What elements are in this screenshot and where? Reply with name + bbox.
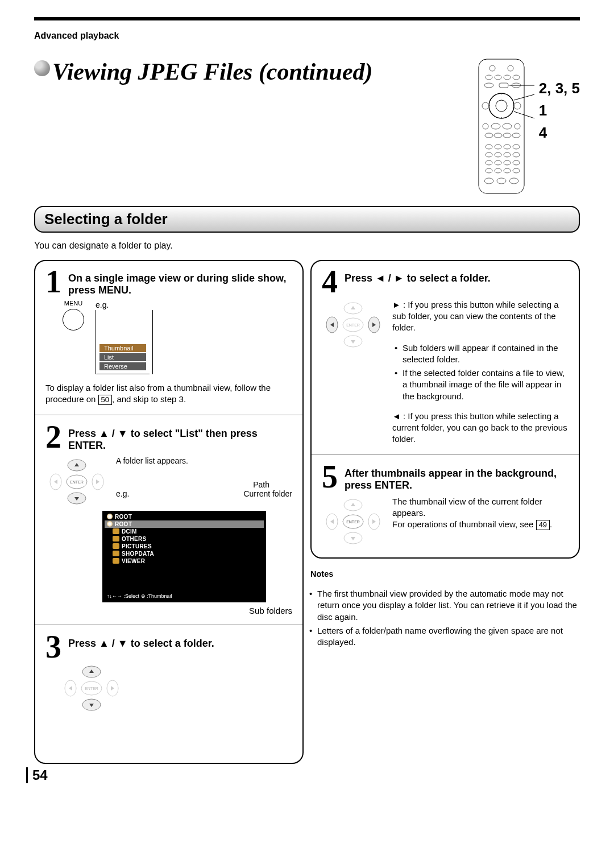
step4-bullet: If the selected folder contains a file t… bbox=[403, 367, 569, 402]
step5-title: After thumbnails appear in the backgroun… bbox=[345, 468, 569, 491]
divider bbox=[35, 625, 302, 625]
section-heading: Selecting a folder bbox=[44, 210, 570, 228]
folder-icon bbox=[113, 528, 119, 534]
step1-demo: MENU e.g. Thumbnail List Reverse bbox=[63, 300, 292, 374]
subfolder-row: PICTURES bbox=[105, 543, 264, 550]
step1-head: 1 On a single image view or during slide… bbox=[45, 269, 292, 296]
menu-button-icon bbox=[63, 309, 84, 330]
pageref-50: 50 bbox=[98, 395, 112, 405]
folder-viewer: VIEWER bbox=[122, 558, 145, 564]
title-row: Viewing JPEG Files (continued) bbox=[34, 58, 580, 195]
note-item: The first thumbnail view provided by the… bbox=[317, 588, 580, 623]
callout-235: 2, 3, 5 bbox=[539, 77, 580, 100]
subfolder-row: DCIM bbox=[105, 528, 264, 535]
step4-head: 4 Press ◄ / ► to select a folder. bbox=[322, 269, 569, 295]
disc-small-icon bbox=[107, 521, 113, 527]
step1-number: 1 bbox=[45, 269, 65, 295]
section-label: Advanced playback bbox=[34, 31, 580, 41]
svg-text:ENTER: ENTER bbox=[85, 687, 98, 691]
step2-path-label: Path bbox=[253, 480, 269, 489]
step4-right-lead: ► : If you press this button while selec… bbox=[392, 299, 569, 334]
pageref-49: 49 bbox=[536, 520, 550, 530]
step5-body-c: . bbox=[550, 519, 552, 529]
folder-icon bbox=[113, 543, 119, 549]
current-folder-row: ROOT bbox=[105, 520, 264, 528]
step5-number: 5 bbox=[322, 464, 341, 490]
step5-head: 5 After thumbnails appear in the backgro… bbox=[322, 464, 569, 491]
step2-current-label: Current folder bbox=[243, 489, 292, 498]
notes-block: Notes The first thumbnail view provided … bbox=[310, 569, 580, 648]
step4-title: Press ◄ / ► to select a folder. bbox=[345, 272, 569, 284]
current-folder-text: ROOT bbox=[115, 521, 132, 527]
steps-grid: 1 On a single image view or during slide… bbox=[34, 260, 580, 771]
disc-small-icon bbox=[107, 514, 113, 519]
step3-number: 3 bbox=[45, 634, 65, 660]
popup-reverse: Reverse bbox=[99, 362, 146, 370]
step4-bullet: Sub folders will appear if contained in … bbox=[403, 342, 569, 366]
popup-list: List bbox=[99, 353, 146, 361]
menu-popup: Thumbnail List Reverse bbox=[96, 310, 150, 374]
callout-4: 4 bbox=[539, 122, 580, 144]
folder-list-panel: ROOT ROOT DCIM OTHERS PICTURES SHOPDATA … bbox=[102, 511, 266, 602]
right-steps-box: 4 Press ◄ / ► to select a folder. ENTER bbox=[310, 260, 580, 559]
folder-select-bar: ↑↓←→ :Select ⊕ :Thumbnail bbox=[105, 565, 264, 600]
dpad-icon: ENTER bbox=[60, 663, 123, 714]
divider bbox=[35, 415, 302, 415]
callout-1: 1 bbox=[539, 100, 580, 122]
step2-head: 2 Press ▲ / ▼ to select "List" then pres… bbox=[45, 424, 292, 452]
eg-label-2: e.g. bbox=[116, 489, 129, 498]
svg-text:ENTER: ENTER bbox=[346, 323, 360, 327]
step2-number: 2 bbox=[45, 424, 65, 450]
remote-diagram: 2, 3, 5 1 4 bbox=[467, 58, 580, 195]
page-number: 54 bbox=[26, 767, 48, 783]
step2-list-appears: A folder list appears. bbox=[116, 456, 292, 465]
svg-text:ENTER: ENTER bbox=[346, 520, 360, 524]
eg-label: e.g. bbox=[96, 300, 109, 309]
step3-title: Press ▲ / ▼ to select a folder. bbox=[68, 638, 292, 650]
folder-icon bbox=[113, 551, 119, 556]
remote-callout-labels: 2, 3, 5 1 4 bbox=[539, 77, 580, 144]
step1-note-b: , and skip to step 3. bbox=[112, 394, 186, 404]
svg-text:ENTER: ENTER bbox=[70, 480, 84, 484]
step3-head: 3 Press ▲ / ▼ to select a folder. bbox=[45, 634, 292, 660]
step5-body-b: For operations of thumbnail view, see bbox=[392, 519, 536, 529]
remote-icon bbox=[467, 58, 536, 195]
left-steps-box: 1 On a single image view or during slide… bbox=[34, 260, 304, 764]
folder-shopdata: SHOPDATA bbox=[122, 551, 154, 557]
manual-page: Advanced playback Viewing JPEG Files (co… bbox=[0, 0, 614, 793]
folder-others: OTHERS bbox=[122, 536, 146, 542]
step2-title: Press ▲ / ▼ to select "List" then press … bbox=[68, 428, 292, 452]
step1-note: To display a folder list also from a thu… bbox=[45, 382, 292, 406]
dpad-icon: ENTER bbox=[322, 496, 384, 547]
folder-pictures: PICTURES bbox=[122, 543, 152, 549]
path-text: ROOT bbox=[115, 514, 132, 520]
folder-icon bbox=[113, 536, 119, 542]
section-intro: You can designate a folder to play. bbox=[34, 241, 580, 251]
popup-thumbnail: Thumbnail bbox=[99, 344, 146, 352]
dpad-icon: ENTER bbox=[45, 456, 108, 507]
top-rule bbox=[34, 17, 580, 20]
path-row: ROOT bbox=[105, 513, 264, 520]
note-item: Letters of a folder/path name overflowin… bbox=[317, 625, 580, 648]
subfolder-row: OTHERS bbox=[105, 535, 264, 543]
subfolder-row: VIEWER bbox=[105, 557, 264, 565]
step4-number: 4 bbox=[322, 269, 341, 295]
disc-icon bbox=[34, 60, 50, 76]
step5-body-a: The thumbnail view of the current folder… bbox=[392, 496, 569, 519]
notes-title: Notes bbox=[310, 569, 580, 580]
menu-button-label: MENU bbox=[63, 300, 84, 307]
divider bbox=[312, 454, 579, 455]
page-title: Viewing JPEG Files (continued) bbox=[52, 58, 467, 85]
step1-title: On a single image view or during slide s… bbox=[68, 272, 292, 296]
dpad-icon: ENTER bbox=[322, 299, 384, 350]
folder-icon bbox=[113, 558, 119, 564]
step2-sub-label: Sub folders bbox=[249, 606, 292, 615]
folder-dcim: DCIM bbox=[122, 528, 137, 535]
subfolder-row: SHOPDATA bbox=[105, 550, 264, 557]
section-heading-box: Selecting a folder bbox=[34, 206, 580, 233]
step4-left-lead: ◄ : If you press this button while selec… bbox=[392, 411, 569, 445]
